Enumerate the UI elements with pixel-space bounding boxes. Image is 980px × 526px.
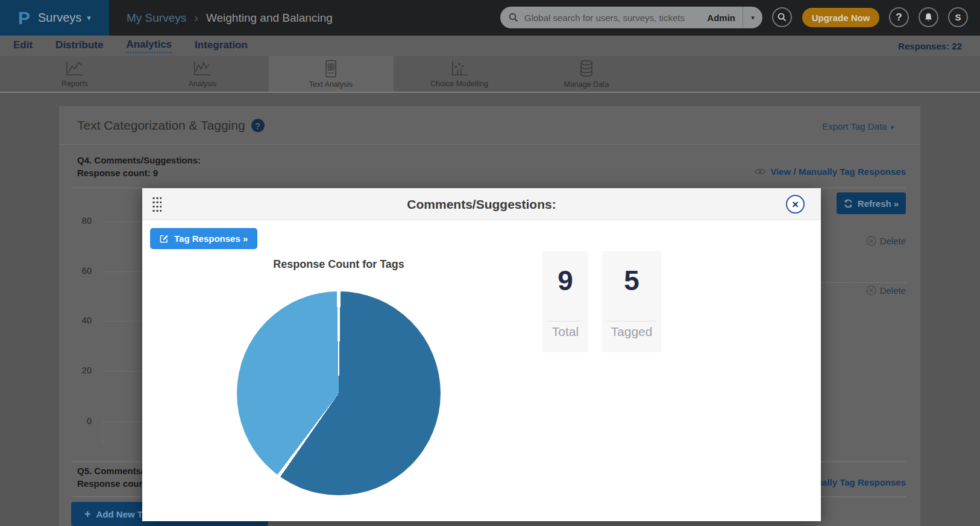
close-button[interactable]: × [786,195,805,214]
circle-x-icon [866,285,876,296]
edit-pencil-icon [160,234,169,243]
stat-card-total: 9 Total [542,251,588,352]
divider [59,144,920,145]
tagged-value: 5 [624,267,639,294]
toolbar-item-manage-data[interactable]: Manage Data [538,56,635,92]
divider [607,321,656,322]
q4-response-count: Response count: 9 [77,168,158,178]
responses-count: Responses: 22 [898,41,962,51]
search-input[interactable] [524,13,707,23]
close-icon: × [792,198,799,211]
stat-card-tagged: 5 Tagged [602,251,661,352]
avatar-initial: S [955,12,961,22]
toolbar-item-reports[interactable]: Reports [27,56,123,92]
chevron-down-icon: ▾ [890,124,894,131]
database-icon [579,60,594,78]
product-name: Surveys [38,11,81,25]
line-chart-icon [64,60,85,77]
comments-suggestions-modal: Comments/Suggestions: × Tag Responses » … [142,188,821,521]
chevron-right-icon: › [194,11,198,25]
analysis-chart-icon [192,60,213,77]
survey-tab-bar: Edit Distribute Analytics Integration Re… [0,36,980,56]
tab-integration[interactable]: Integration [195,39,248,52]
toolbar-item-analysis[interactable]: Analysis [154,56,251,92]
product-switcher[interactable]: P Surveys ▾ [0,0,109,36]
drag-handle-icon[interactable] [152,196,162,213]
y-axis-tick: 20 [59,366,92,375]
search-button[interactable] [772,7,792,27]
toolbar-item-choice-modelling[interactable]: Choice Modelling [411,56,507,92]
plus-icon: + [84,508,91,521]
avatar[interactable]: S [948,7,968,27]
breadcrumb: My Surveys › Weighting and Balancing [127,0,333,36]
response-count-pie-chart[interactable] [237,291,441,495]
tag-responses-button[interactable]: Tag Responses » [150,228,257,249]
refresh-button[interactable]: Refresh » [837,192,906,214]
question-mark-icon: ? [896,11,902,24]
pie-chart-title: Response Count for Tags [237,258,441,271]
search-scope-selector[interactable]: Admin [707,13,735,23]
divider [547,321,583,322]
scatter-chart-icon [449,60,470,77]
global-search-bar[interactable]: Admin ▾ [500,7,762,28]
chevron-down-icon: ▾ [87,13,91,22]
circle-x-icon [866,236,876,246]
analytics-toolbar: Reports ▾ Analysis ▾ Text Analysis ▾ Cho… [0,56,980,93]
upgrade-now-button[interactable]: Upgrade Now [802,8,879,27]
tagged-label: Tagged [611,325,653,339]
total-value: 9 [558,267,573,294]
top-navbar: P Surveys ▾ My Surveys › Weighting and B… [0,0,980,36]
y-axis-line [102,417,103,444]
y-axis-tick: 0 [59,416,92,426]
search-icon [777,13,787,22]
bell-icon [924,13,933,22]
delete-tag-link[interactable]: Delete [866,285,906,296]
page-title: Text Categorization & Tagging [77,118,245,133]
chevron-down-icon[interactable]: ▾ [743,14,762,22]
toolbar-item-text-analysis[interactable]: Text Analysis [283,56,379,92]
eye-icon [755,168,766,176]
delete-tag-link[interactable]: Delete [866,236,906,246]
modal-header[interactable]: Comments/Suggestions: [142,188,821,220]
refresh-icon [844,199,853,208]
y-axis-tick: 60 [59,266,92,276]
notifications-button[interactable] [919,7,938,27]
y-axis-tick: 40 [59,315,92,325]
tab-distribute[interactable]: Distribute [55,39,103,52]
proprofs-logo-icon: P [18,8,30,28]
help-icon[interactable]: ? [251,119,265,132]
breadcrumb-current-survey: Weighting and Balancing [206,11,333,25]
help-button[interactable]: ? [889,7,909,27]
breadcrumb-my-surveys[interactable]: My Surveys [127,11,186,25]
tab-edit[interactable]: Edit [13,39,33,52]
q4-view-tag-responses-link[interactable]: View / Manually Tag Responses [755,166,906,177]
search-icon [509,13,518,22]
q4-question-label: Q4. Comments/Suggestions: [77,155,201,165]
export-tag-data-dropdown[interactable]: Export Tag Data▾ [822,121,894,132]
total-label: Total [552,325,579,339]
tab-analytics[interactable]: Analytics [126,39,172,53]
modal-title: Comments/Suggestions: [142,188,821,220]
y-axis-tick: 80 [59,216,92,226]
text-analysis-icon [324,60,338,78]
